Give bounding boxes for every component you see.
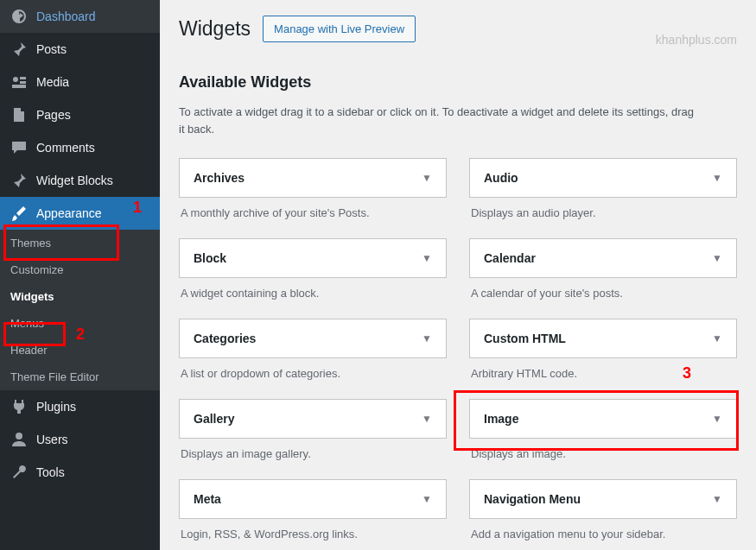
widget-desc: A list or dropdown of categories.	[179, 367, 447, 380]
sidebar-item-label: Appearance	[36, 206, 102, 220]
sidebar-item-label: Users	[36, 433, 68, 446]
svg-point-0	[13, 77, 18, 82]
pin-icon	[10, 172, 28, 189]
page-header: Widgets Manage with Live Preview	[179, 16, 737, 42]
live-preview-button[interactable]: Manage with Live Preview	[263, 16, 416, 42]
chevron-down-icon: ▼	[712, 172, 722, 184]
svg-point-1	[16, 433, 22, 439]
chevron-down-icon: ▼	[422, 332, 432, 345]
submenu-theme-file-editor[interactable]: Theme File Editor	[0, 364, 160, 390]
submenu-themes[interactable]: Themes	[0, 230, 160, 256]
submenu-menus[interactable]: Menus	[0, 310, 160, 337]
comment-icon	[10, 139, 28, 156]
widget-label: Categories	[194, 332, 256, 345]
widget-label: Calendar	[484, 251, 536, 265]
widget-column-right: Audio ▼ Displays an audio player. Calend…	[469, 158, 737, 550]
user-icon	[10, 431, 28, 448]
sidebar-item-dashboard[interactable]: Dashboard	[0, 0, 160, 33]
admin-sidebar: Dashboard Posts Media Pages Comments Wid…	[0, 0, 160, 550]
widget-categories[interactable]: Categories ▼	[179, 319, 447, 358]
widget-gallery[interactable]: Gallery ▼	[179, 399, 447, 439]
widget-desc: A widget containing a block.	[179, 287, 447, 300]
widget-desc: Arbitrary HTML code.	[469, 367, 737, 380]
submenu-customize[interactable]: Customize	[0, 256, 160, 283]
sidebar-item-label: Widget Blocks	[36, 174, 113, 187]
sidebar-item-plugins[interactable]: Plugins	[0, 390, 160, 423]
chevron-down-icon: ▼	[712, 413, 722, 425]
sidebar-item-posts[interactable]: Posts	[0, 33, 160, 66]
widget-label: Meta	[194, 492, 221, 506]
widget-label: Image	[484, 412, 518, 426]
page-title: Widgets	[179, 17, 251, 41]
appearance-submenu: Themes Customize Widgets Menus Header Th…	[0, 230, 160, 390]
chevron-down-icon: ▼	[422, 252, 432, 264]
chevron-down-icon: ▼	[422, 493, 432, 505]
section-description: To activate a widget drag it to a sideba…	[179, 104, 697, 137]
main-content: Widgets Manage with Live Preview Availab…	[160, 0, 756, 550]
sidebar-item-media[interactable]: Media	[0, 66, 160, 98]
sidebar-item-label: Plugins	[36, 400, 76, 414]
chevron-down-icon: ▼	[422, 413, 432, 425]
submenu-widgets[interactable]: Widgets	[0, 283, 160, 310]
widgets-grid: Archives ▼ A monthly archive of your sit…	[179, 158, 737, 550]
sidebar-item-label: Tools	[36, 465, 65, 479]
widget-desc: Displays an image gallery.	[179, 447, 447, 460]
sidebar-item-label: Pages	[36, 108, 71, 122]
widget-label: Navigation Menu	[484, 492, 581, 506]
widget-desc: Login, RSS, & WordPress.org links.	[179, 528, 447, 541]
pin-icon	[10, 41, 28, 58]
sidebar-item-comments[interactable]: Comments	[0, 131, 160, 164]
chevron-down-icon: ▼	[712, 252, 722, 264]
widget-block[interactable]: Block ▼	[179, 238, 447, 278]
page-icon	[10, 106, 28, 123]
sidebar-item-label: Media	[36, 75, 69, 89]
widget-label: Gallery	[194, 412, 234, 426]
chevron-down-icon: ▼	[712, 332, 722, 345]
widget-desc: Displays an audio player.	[469, 206, 737, 219]
plug-icon	[10, 398, 28, 415]
wrench-icon	[10, 464, 28, 481]
widget-label: Audio	[484, 171, 518, 185]
widget-desc: A monthly archive of your site's Posts.	[179, 206, 447, 219]
media-icon	[10, 73, 28, 91]
section-title: Available Widgets	[179, 73, 737, 92]
widget-audio[interactable]: Audio ▼	[469, 158, 737, 198]
sidebar-item-label: Posts	[36, 42, 67, 56]
dashboard-icon	[10, 8, 28, 25]
widget-column-left: Archives ▼ A monthly archive of your sit…	[179, 158, 447, 550]
chevron-down-icon: ▼	[712, 493, 722, 505]
widget-navigation-menu[interactable]: Navigation Menu ▼	[469, 479, 737, 519]
sidebar-item-users[interactable]: Users	[0, 423, 160, 456]
sidebar-item-label: Dashboard	[36, 9, 96, 23]
sidebar-item-appearance[interactable]: Appearance	[0, 197, 160, 230]
sidebar-item-pages[interactable]: Pages	[0, 98, 160, 131]
widget-label: Archives	[194, 171, 245, 185]
chevron-down-icon: ▼	[422, 172, 432, 184]
widget-custom-html[interactable]: Custom HTML ▼	[469, 319, 737, 358]
sidebar-item-tools[interactable]: Tools	[0, 456, 160, 489]
widget-label: Custom HTML	[484, 332, 566, 345]
widget-label: Block	[194, 251, 226, 265]
submenu-header[interactable]: Header	[0, 337, 160, 364]
widget-calendar[interactable]: Calendar ▼	[469, 238, 737, 278]
widget-archives[interactable]: Archives ▼	[179, 158, 447, 198]
sidebar-item-widget-blocks[interactable]: Widget Blocks	[0, 164, 160, 197]
widget-meta[interactable]: Meta ▼	[179, 479, 447, 519]
sidebar-item-label: Comments	[36, 141, 95, 155]
widget-image[interactable]: Image ▼	[469, 399, 737, 439]
widget-desc: Displays an image.	[469, 447, 737, 460]
widget-desc: A calendar of your site's posts.	[469, 287, 737, 300]
brush-icon	[10, 205, 28, 222]
widget-desc: Add a navigation menu to your sidebar.	[469, 528, 737, 541]
